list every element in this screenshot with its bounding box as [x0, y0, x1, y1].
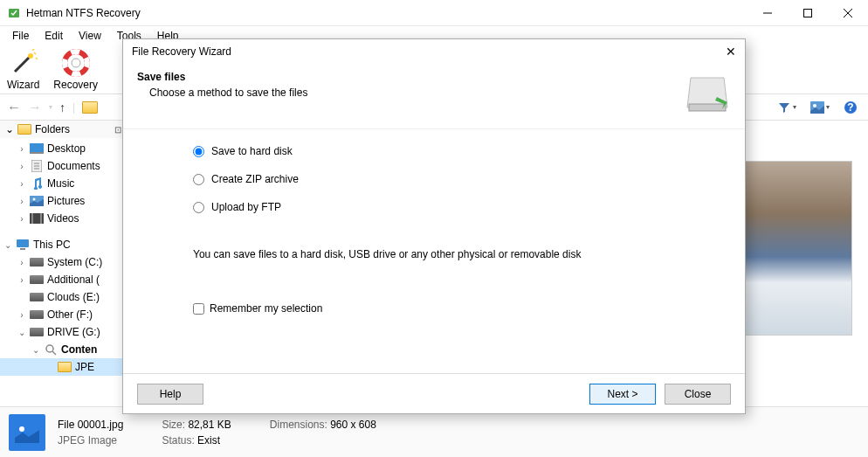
filter-dropdown[interactable]: ▾ — [774, 99, 800, 116]
app-title: Hetman NTFS Recovery — [26, 7, 747, 19]
svg-rect-26 — [20, 248, 25, 250]
folder-icon — [82, 101, 98, 114]
sidebar-drive-c[interactable]: ›System (C:) — [0, 253, 139, 271]
svg-rect-25 — [17, 239, 29, 247]
back-button[interactable]: ← — [7, 100, 21, 115]
file-size: 82,81 KB — [188, 419, 231, 431]
option-save-hard-disk[interactable]: Save to hard disk — [193, 145, 710, 157]
maximize-button[interactable] — [788, 0, 828, 26]
titlebar: Hetman NTFS Recovery — [0, 0, 868, 26]
svg-point-11 — [813, 104, 816, 107]
up-button[interactable]: ↑ — [59, 100, 65, 114]
menu-edit[interactable]: Edit — [38, 28, 70, 44]
sidebar-jpeg-folder[interactable]: JPE — [0, 358, 139, 376]
svg-line-5 — [15, 56, 31, 72]
svg-rect-23 — [31, 213, 33, 224]
file-recovery-wizard-dialog: File Recovery Wizard ✕ Save files Choose… — [122, 38, 746, 414]
option-create-zip[interactable]: Create ZIP archive — [193, 173, 710, 185]
svg-point-9 — [72, 59, 80, 67]
close-button[interactable]: Close — [665, 384, 731, 405]
radio-upload-ftp[interactable] — [193, 202, 204, 213]
svg-point-6 — [28, 53, 33, 59]
dialog-subheading: Choose a method to save the files — [137, 87, 684, 99]
sidebar-drive-d[interactable]: ›Additional ( — [0, 271, 139, 288]
svg-rect-24 — [40, 213, 42, 224]
svg-rect-15 — [30, 152, 44, 154]
radio-save-hard-disk[interactable] — [193, 146, 204, 157]
wizard-label: Wizard — [7, 79, 39, 91]
file-thumbnail — [9, 414, 45, 451]
folder-icon — [17, 124, 31, 135]
recovery-button[interactable]: Recovery — [53, 49, 98, 91]
file-dimensions: 960 x 608 — [330, 419, 376, 431]
file-status: Exist — [197, 434, 220, 447]
svg-point-27 — [46, 345, 53, 352]
dialog-heading: Save files — [137, 71, 684, 83]
help-button[interactable]: Help — [137, 384, 203, 405]
help-icon-button[interactable]: ? — [840, 99, 861, 116]
history-dropdown[interactable]: ▾ — [49, 103, 52, 111]
svg-point-21 — [33, 198, 36, 201]
sidebar-item-thispc[interactable]: ⌄This PC — [0, 236, 139, 253]
option-upload-ftp[interactable]: Upload by FTP — [193, 201, 710, 213]
sidebar: ⌄ Folders ⊡ × ›Desktop ›Documents ›Music… — [0, 121, 140, 406]
dialog-title: File Recovery Wizard — [132, 45, 726, 58]
lifebuoy-icon — [62, 49, 90, 77]
svg-rect-2 — [804, 9, 812, 17]
funnel-icon — [777, 100, 791, 114]
sidebar-drive-e[interactable]: Clouds (E:) — [0, 288, 139, 306]
hard-disk-icon — [684, 71, 731, 118]
preview-thumbnail — [741, 161, 852, 336]
sidebar-header: ⌄ Folders ⊡ × — [0, 121, 139, 138]
file-type: JPEG Image — [58, 434, 123, 447]
close-button[interactable] — [828, 0, 868, 26]
remember-selection[interactable]: Remember my selection — [193, 302, 710, 315]
sidebar-item-pictures[interactable]: ›Pictures — [0, 192, 139, 210]
sidebar-header-label: Folders — [35, 123, 70, 135]
chevron-down-icon[interactable]: ⌄ — [5, 123, 14, 135]
svg-rect-14 — [30, 143, 44, 152]
sidebar-content-aware[interactable]: ⌄Conten — [0, 341, 139, 358]
svg-rect-31 — [689, 104, 726, 111]
minimize-button[interactable] — [747, 0, 788, 26]
menu-file[interactable]: File — [5, 28, 36, 44]
help-icon: ? — [844, 100, 858, 114]
wand-icon — [10, 49, 38, 77]
sidebar-item-music[interactable]: ›Music — [0, 175, 139, 192]
file-name: File 00001.jpg — [58, 419, 123, 431]
recovery-label: Recovery — [53, 79, 98, 91]
svg-line-28 — [52, 351, 56, 355]
svg-point-30 — [19, 426, 24, 432]
app-icon — [7, 6, 21, 20]
svg-text:?: ? — [847, 101, 853, 114]
menu-view[interactable]: View — [72, 28, 108, 44]
option-description: You can save files to a hard disk, USB d… — [193, 248, 710, 260]
sidebar-item-documents[interactable]: ›Documents — [0, 157, 139, 175]
radio-create-zip[interactable] — [193, 174, 204, 185]
sidebar-item-desktop[interactable]: ›Desktop — [0, 140, 139, 157]
wizard-button[interactable]: Wizard — [7, 49, 39, 91]
pin-icon[interactable]: ⊡ — [114, 125, 121, 135]
dialog-close-icon[interactable]: ✕ — [726, 45, 736, 59]
view-dropdown[interactable]: ▾ — [807, 100, 833, 115]
forward-button[interactable]: → — [28, 100, 42, 115]
sidebar-drive-g[interactable]: ⌄DRIVE (G:) — [0, 323, 139, 341]
sidebar-item-videos[interactable]: ›Videos — [0, 210, 139, 227]
next-button[interactable]: Next > — [589, 384, 656, 405]
remember-checkbox[interactable] — [193, 303, 204, 315]
sidebar-drive-f[interactable]: ›Other (F:) — [0, 306, 139, 323]
picture-icon — [810, 101, 824, 114]
